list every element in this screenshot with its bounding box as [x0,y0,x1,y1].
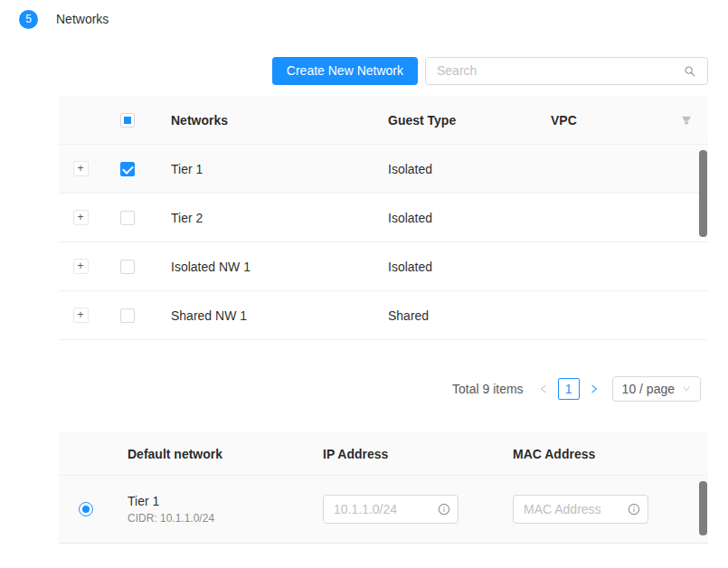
networks-table-body: + Tier 1 Isolated + Tier 2 Isolated [59,145,708,340]
search-input[interactable] [426,58,707,84]
network-name: Tier 1 [153,162,370,176]
expand-row-button[interactable]: + [73,161,89,176]
default-network-cidr: CIDR: 10.1.1.0/24 [128,512,312,525]
step-content: Create New Network Networks Guest Type V… [59,56,708,544]
pagination-prev-button[interactable] [536,382,551,396]
ip-address-field-wrapper [323,495,459,524]
expand-row-button[interactable]: + [73,308,89,323]
chevron-down-icon [682,384,691,393]
pagination-page-1[interactable]: 1 [558,378,580,400]
row-checkbox[interactable] [120,308,135,323]
network-row-tier2[interactable]: + Tier 2 Isolated [59,194,708,242]
header-mac-address: MAC Address [502,447,708,461]
guest-type-value: Shared [370,308,533,323]
header-filter-cell [665,115,708,126]
info-icon[interactable] [628,503,640,516]
create-new-network-button[interactable]: Create New Network [272,57,418,85]
guest-type-value: Isolated [370,260,533,274]
step-number-badge: 5 [19,10,38,29]
network-row-tier1[interactable]: + Tier 1 Isolated [59,145,708,194]
row-checkbox[interactable] [120,260,135,274]
networks-table: Networks Guest Type VPC + Tier 1 Isolate… [59,96,708,340]
info-icon[interactable] [438,503,450,516]
default-network-table-body: Tier 1 CIDR: 10.1.1.0/24 [59,476,708,544]
row-checkbox[interactable] [120,211,135,225]
header-ip-address: IP Address [312,447,502,461]
network-row-shared-nw1[interactable]: + Shared NW 1 Shared [59,291,708,340]
step-title: Networks [56,12,109,26]
network-name: Tier 2 [153,211,370,225]
header-vpc: VPC [533,113,665,128]
guest-type-value: Isolated [370,162,533,176]
default-network-radio[interactable] [79,502,93,516]
network-row-isolated-nw1[interactable]: + Isolated NW 1 Isolated [59,242,708,291]
pagination-total: Total 9 items [452,382,524,396]
default-network-name: Tier 1 [128,494,312,508]
pagination-next-button[interactable] [587,382,601,396]
expand-row-button[interactable]: + [73,259,89,274]
networks-table-header: Networks Guest Type VPC [59,96,708,145]
mac-address-field-wrapper [513,495,648,524]
expand-row-button[interactable]: + [73,210,89,225]
header-guest-type: Guest Type [370,113,533,128]
network-name: Shared NW 1 [153,308,370,323]
default-network-table: Default network IP Address MAC Address T… [59,432,708,544]
network-name: Isolated NW 1 [153,260,370,274]
page-size-select[interactable]: 10 / page [612,376,701,402]
header-select-all-cell [102,113,153,128]
header-default-network: Default network [113,447,312,461]
header-networks: Networks [153,113,370,128]
select-all-checkbox[interactable] [120,113,135,128]
page-size-value: 10 / page [622,382,675,396]
default-network-row-tier1[interactable]: Tier 1 CIDR: 10.1.1.0/24 [59,476,708,544]
filter-icon[interactable] [681,115,692,126]
pagination: Total 9 items 1 10 / page [59,375,708,402]
default-network-table-header: Default network IP Address MAC Address [59,432,708,476]
row-checkbox[interactable] [120,162,135,176]
networks-wizard-step: 5 Networks Create New Network Networks G… [0,0,728,568]
search-box[interactable] [425,57,708,85]
table-scrollbar-thumb[interactable] [699,481,707,535]
guest-type-value: Isolated [370,211,533,225]
search-icon[interactable] [684,65,696,78]
table-scrollbar-thumb[interactable] [699,150,707,237]
step-header: 5 Networks [0,0,728,29]
toolbar: Create New Network [59,56,708,85]
